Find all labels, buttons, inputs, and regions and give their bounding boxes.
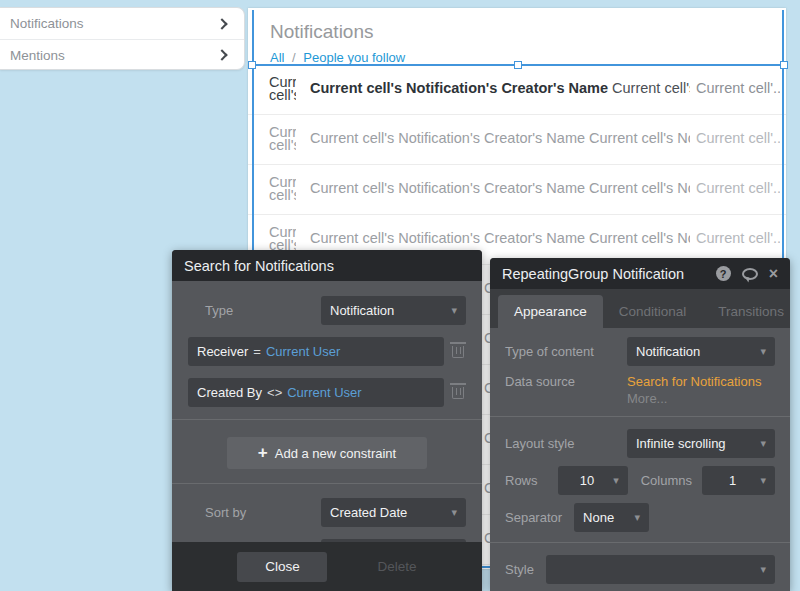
- search-popup-title: Search for Notifications: [184, 258, 334, 274]
- style-label: Style: [505, 562, 534, 577]
- sort-by-label: Sort by: [188, 505, 321, 520]
- trash-icon: [452, 346, 464, 358]
- comment-icon[interactable]: [742, 268, 758, 280]
- trash-icon: [452, 387, 464, 399]
- separator-dropdown[interactable]: None ▾: [574, 503, 649, 532]
- row-message: Current cell's Notification's Creator's …: [310, 180, 690, 196]
- delete-constraint-button[interactable]: [444, 346, 466, 358]
- property-editor-header[interactable]: RepeatingGroup Notification ? ×: [490, 258, 790, 289]
- repeating-group-property-editor: RepeatingGroup Notification ? × Appearan…: [490, 258, 790, 591]
- row-creator-name: Current cell's Notification's Creator's …: [310, 80, 608, 96]
- constraint-row: Receiver = Current User: [188, 337, 466, 366]
- chevron-down-icon: ▾: [635, 511, 641, 524]
- divider: [172, 419, 482, 420]
- tab-appearance[interactable]: Appearance: [498, 295, 603, 328]
- search-popup-footer: Close Delete: [172, 542, 482, 591]
- type-label: Type: [188, 303, 321, 318]
- nav-item-mentions[interactable]: Mentions: [0, 39, 244, 70]
- sort-by-dropdown[interactable]: Created Date ▾: [321, 498, 466, 527]
- page-title: Notifications: [248, 8, 786, 43]
- row-left-clipped-text: Currcell's: [269, 76, 296, 104]
- delete-constraint-button[interactable]: [444, 387, 466, 399]
- data-source-label: Data source: [505, 374, 627, 389]
- tab-conditional[interactable]: Conditional: [603, 295, 703, 328]
- editor-canvas: Notifications Mentions Notifications All…: [0, 0, 800, 591]
- chevron-right-icon: [216, 49, 227, 60]
- layout-style-label: Layout style: [505, 436, 627, 451]
- columns-dropdown[interactable]: 1 ▾: [702, 466, 775, 495]
- notification-row[interactable]: Currcell's Current cell's Notification's…: [248, 115, 786, 165]
- plus-icon: +: [258, 443, 268, 462]
- divider: [490, 416, 790, 417]
- notification-row[interactable]: Currcell's Current cell's Notification's…: [248, 65, 786, 115]
- layout-style-dropdown[interactable]: Infinite scrolling ▾: [627, 429, 775, 458]
- data-source-more[interactable]: More...: [627, 391, 775, 406]
- row-message: Current cell's Notification's Creator's …: [310, 230, 690, 246]
- tab-people-you-follow[interactable]: People you follow: [303, 50, 405, 65]
- chevron-down-icon: ▾: [451, 506, 457, 519]
- search-popup-body: Type Notification ▾ Receiver = Current U…: [172, 281, 482, 568]
- search-for-notifications-popup: Search for Notifications Type Notificati…: [172, 250, 482, 591]
- close-icon[interactable]: ×: [769, 266, 778, 282]
- property-editor-tabbar: Appearance Conditional Transitions: [490, 289, 790, 328]
- row-creator-name: Current cell's Notification's Creator's …: [310, 230, 585, 246]
- data-source-value[interactable]: Search for Notifications: [627, 374, 775, 389]
- constraint-value[interactable]: Current User: [287, 385, 361, 400]
- chevron-down-icon: ▾: [451, 304, 457, 317]
- delete-button: Delete: [377, 559, 416, 574]
- constraint-receiver[interactable]: Receiver = Current User: [188, 337, 444, 366]
- constraint-created-by[interactable]: Created By <> Current User: [188, 378, 444, 407]
- row-right-clipped-text: Current cell'...: [696, 230, 780, 246]
- chevron-down-icon: ▾: [760, 563, 766, 576]
- row-creator-name: Current cell's Notification's Creator's …: [310, 130, 585, 146]
- add-constraint-button[interactable]: +Add a new constraint: [227, 437, 427, 469]
- tab-all[interactable]: All: [270, 50, 284, 65]
- nav-item-notifications[interactable]: Notifications: [0, 8, 244, 39]
- nav-item-label: Notifications: [10, 16, 218, 31]
- selection-handle[interactable]: [248, 61, 256, 69]
- constraint-row: Created By <> Current User: [188, 378, 466, 407]
- help-icon[interactable]: ?: [716, 266, 731, 281]
- row-right-clipped-text: Current cell'...: [696, 180, 780, 196]
- divider: [490, 542, 790, 543]
- selection-top-edge: [252, 64, 784, 66]
- columns-label: Columns: [641, 473, 692, 488]
- chevron-down-icon: ▾: [760, 345, 766, 358]
- close-button[interactable]: Close: [237, 552, 327, 582]
- nav-item-label: Mentions: [10, 48, 218, 63]
- row-message: Current cell's Notification's Creator's …: [310, 80, 690, 96]
- type-of-content-dropdown[interactable]: Notification ▾: [627, 337, 775, 366]
- property-editor-body: Type of content Notification ▾ Data sour…: [490, 328, 790, 584]
- notification-row[interactable]: Currcell's Current cell's Notification's…: [248, 165, 786, 215]
- tab-transitions[interactable]: Transitions: [702, 295, 800, 328]
- type-dropdown[interactable]: Notification ▾: [321, 296, 466, 325]
- row-creator-name: Current cell's Notification's Creator's …: [310, 180, 585, 196]
- chevron-down-icon: ▾: [760, 474, 766, 487]
- row-left-clipped-text: Currcell's: [269, 176, 296, 204]
- row-left-clipped-text: Currcell's: [269, 126, 296, 154]
- divider: [172, 483, 482, 484]
- chevron-right-icon: [216, 18, 227, 29]
- style-dropdown[interactable]: ▾: [546, 555, 775, 584]
- row-right-clipped-text: Current cell'...: [696, 130, 780, 146]
- property-editor-title: RepeatingGroup Notification: [502, 266, 684, 282]
- tab-separator: /: [288, 50, 300, 65]
- constraint-value[interactable]: Current User: [266, 344, 340, 359]
- chevron-down-icon: ▾: [760, 437, 766, 450]
- separator-label: Separator: [505, 510, 562, 525]
- rows-label: Rows: [505, 473, 558, 488]
- selection-handle[interactable]: [514, 61, 522, 69]
- selection-handle[interactable]: [780, 61, 788, 69]
- row-right-clipped-text: Current cell'...: [696, 80, 780, 96]
- type-of-content-label: Type of content: [505, 344, 627, 359]
- rows-dropdown[interactable]: 10 ▾: [558, 466, 628, 495]
- row-message: Current cell's Notification's Creator's …: [310, 130, 690, 146]
- left-nav-card: Notifications Mentions: [0, 7, 245, 70]
- chevron-down-icon: ▾: [613, 474, 619, 487]
- search-popup-header[interactable]: Search for Notifications: [172, 250, 482, 281]
